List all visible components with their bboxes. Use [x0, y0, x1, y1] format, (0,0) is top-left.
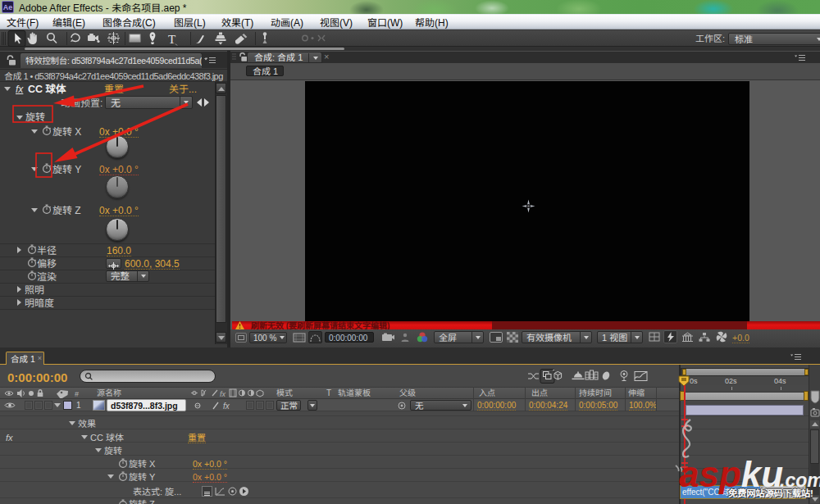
- svg-text:T: T: [168, 33, 175, 46]
- svg-text:fx: fx: [223, 402, 230, 411]
- svg-text:fx: fx: [220, 390, 226, 398]
- svg-text:#: #: [75, 390, 79, 398]
